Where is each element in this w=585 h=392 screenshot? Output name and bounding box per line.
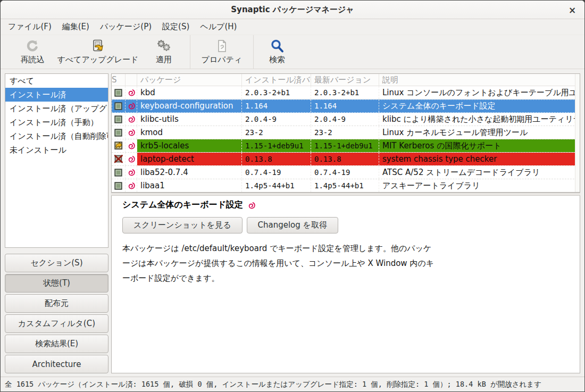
status-installed-icon <box>112 99 126 112</box>
installed-version: 2.0.4-9 <box>242 113 311 126</box>
package-description: Linux カーネルモジュール管理用ツール <box>379 126 580 139</box>
latest-version: 1.4p5-44+b1 <box>311 179 379 192</box>
menu-package[interactable]: パッケージ(P) <box>95 19 157 35</box>
filter-installed-autoremovable[interactable]: インストール済（自動削除可能） <box>5 129 108 143</box>
debian-swirl-icon <box>126 153 137 165</box>
properties-label: プロパティ <box>202 55 243 65</box>
properties-button[interactable]: プロパティ <box>193 35 251 69</box>
package-name: krb5-locales <box>137 139 242 152</box>
filter-not-installed[interactable]: 未インストール <box>5 143 108 157</box>
custom-filters-button[interactable]: カスタムフィルタ(C) <box>5 314 108 333</box>
installed-version: 1.15-1+deb9u1 <box>242 139 311 152</box>
get-screenshot-button[interactable]: スクリーンショットを見る <box>122 217 243 233</box>
status-marked-removal-icon <box>112 153 126 165</box>
menu-file[interactable]: ファイル(F) <box>3 19 57 35</box>
architecture-button[interactable]: Architecture <box>5 355 108 373</box>
main-pane: S パッケージ インストール済バージョン 最新バージョン 説明 kbd <box>111 73 580 373</box>
package-description: アスキーアートライブラリ <box>379 179 580 192</box>
column-header-latest-version[interactable]: 最新バージョン <box>311 74 379 86</box>
installed-version: 2.0.3-2+b1 <box>242 86 311 99</box>
detail-description: 本パッケージは /etc/default/keyboard でキーボード設定を管… <box>122 241 435 286</box>
table-header: S パッケージ インストール済バージョン 最新バージョン 説明 <box>112 74 580 86</box>
package-name: liba52-0.7.4 <box>137 166 242 179</box>
table-row-marked-removal[interactable]: laptop-detect 0.13.8 0.13.8 system chass… <box>112 153 580 166</box>
search-button[interactable]: 検索 <box>256 35 298 69</box>
filter-installed-manual[interactable]: インストール済（手動） <box>5 115 108 129</box>
status-installed-icon <box>112 113 126 126</box>
latest-version: 1.164 <box>311 99 379 112</box>
menu-help[interactable]: ヘルプ(H) <box>195 19 242 35</box>
status-installed-icon <box>112 179 126 192</box>
latest-version: 0.13.8 <box>311 153 379 165</box>
column-header-installed-version[interactable]: インストール済バージョン <box>242 74 311 86</box>
sections-button[interactable]: セクション(S) <box>5 254 108 272</box>
debian-swirl-icon <box>126 166 137 179</box>
properties-icon <box>214 39 229 54</box>
installed-version: 1.164 <box>242 99 311 112</box>
status-installed-icon <box>112 126 126 139</box>
status-installed-icon <box>112 86 126 99</box>
package-name: kbd <box>137 86 242 99</box>
get-changelog-button[interactable]: Changelog を取得 <box>247 217 338 233</box>
table-row[interactable]: libaa1 1.4p5-44+b1 1.4p5-44+b1 アスキーアートライ… <box>112 179 580 193</box>
apply-gears-icon <box>156 39 171 54</box>
table-row[interactable]: klibc-utils 2.0.4-9 2.0.4-9 klibc により構築さ… <box>112 113 580 126</box>
package-description: システム全体のキーボード設定 <box>379 99 580 112</box>
table-row[interactable]: kbd 2.0.3-2+b1 2.0.3-2+b1 Linux コンソールのフォ… <box>112 86 580 99</box>
statusbar-summary: 全 1615 パッケージ（インストール済: 1615 個, 破損 0 個, イン… <box>5 380 541 389</box>
table-row-marked-upgrade[interactable]: krb5-locales 1.15-1+deb9u1 1.15-1+deb9u1… <box>112 139 580 153</box>
debian-swirl-icon <box>126 86 137 99</box>
debian-swirl-icon <box>126 179 137 192</box>
toolbar: 再読込 すべてアップグレード <box>1 35 584 69</box>
column-header-status[interactable]: S <box>112 74 126 86</box>
filter-buttons: セクション(S) 状態(T) 配布元 カスタムフィルタ(C) 検索結果(E) A… <box>5 254 108 373</box>
column-header-package[interactable]: パッケージ <box>137 74 242 86</box>
reload-button[interactable]: 再読込 <box>9 35 56 69</box>
status-button[interactable]: 状態(T) <box>5 274 108 293</box>
upgrade-all-button[interactable]: すべてアップグレード <box>56 35 140 69</box>
filter-installed-upgradable[interactable]: インストール済（アップグレード可能） <box>5 102 108 115</box>
close-icon[interactable]: × <box>565 3 579 17</box>
debian-swirl-icon <box>247 201 256 210</box>
table-vertical-scrollbar[interactable] <box>575 74 580 192</box>
search-results-button[interactable]: 検索結果(E) <box>5 335 108 353</box>
filter-list: すべて インストール済 インストール済（アップグレード可能） インストール済（手… <box>5 73 108 248</box>
package-name: klibc-utils <box>137 113 242 126</box>
column-header-description[interactable]: 説明 <box>379 74 580 86</box>
installed-version: 1.4p5-44+b1 <box>242 179 311 192</box>
installed-version: 0.13.8 <box>242 153 311 165</box>
detail-title: システム全体のキーボード設定 <box>122 199 243 211</box>
table-row[interactable]: kmod 23-2 23-2 Linux カーネルモジュール管理用ツール <box>112 126 580 139</box>
toolbar-separator <box>253 35 254 69</box>
table-row-selected[interactable]: keyboard-configuration 1.164 1.164 システム全… <box>112 99 580 113</box>
menu-edit[interactable]: 編集(E) <box>57 19 95 35</box>
apply-button[interactable]: 適用 <box>140 35 188 69</box>
latest-version: 2.0.3-2+b1 <box>311 86 379 99</box>
package-table: S パッケージ インストール済バージョン 最新バージョン 説明 kbd <box>111 73 580 193</box>
toolbar-separator <box>190 35 190 69</box>
reload-label: 再読込 <box>21 55 45 65</box>
upgrade-all-label: すべてアップグレード <box>57 55 138 65</box>
package-description: MIT Kerberos の国際化サポート <box>379 139 580 152</box>
titlebar[interactable]: Synaptic パッケージマネージャ × <box>1 1 584 19</box>
apply-label: 適用 <box>156 55 172 65</box>
package-description: system chassis type checker <box>379 153 580 165</box>
detail-pane: システム全体のキーボード設定 スクリーンショットを見る Changelog を取… <box>111 196 580 373</box>
menubar: ファイル(F) 編集(E) パッケージ(P) 設定(S) ヘルプ(H) <box>1 19 584 35</box>
origin-button[interactable]: 配布元 <box>5 294 108 313</box>
status-marked-upgrade-icon <box>112 139 126 152</box>
installed-version: 0.7.4-19 <box>242 166 311 179</box>
statusbar: 全 1615 パッケージ（インストール済: 1615 個, 破損 0 個, イン… <box>1 377 584 391</box>
filter-installed[interactable]: インストール済 <box>5 88 108 102</box>
column-header-origin[interactable] <box>126 74 137 86</box>
latest-version: 23-2 <box>311 126 379 139</box>
content-area: すべて インストール済 インストール済（アップグレード可能） インストール済（手… <box>1 69 584 377</box>
package-name: kmod <box>137 126 242 139</box>
latest-version: 0.7.4-19 <box>311 166 379 179</box>
menu-settings[interactable]: 設定(S) <box>157 19 195 35</box>
table-row[interactable]: liba52-0.7.4 0.7.4-19 0.7.4-19 ATSC A/52… <box>112 166 580 179</box>
filter-all[interactable]: すべて <box>5 74 108 88</box>
package-description: Linux コンソールのフォントおよびキーテーブル用ユーティリティ <box>379 86 580 99</box>
status-installed-icon <box>112 166 126 179</box>
debian-swirl-icon <box>126 126 137 139</box>
